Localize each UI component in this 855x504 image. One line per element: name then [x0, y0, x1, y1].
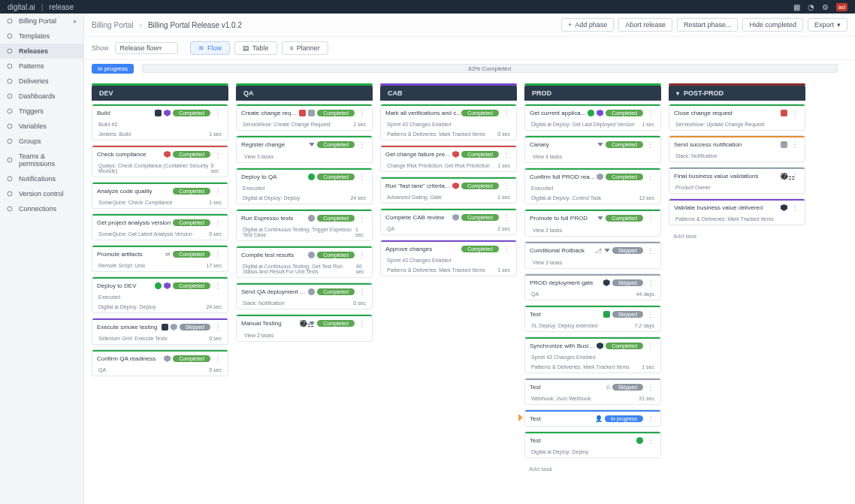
view-planner-button[interactable]: ≡Planner	[282, 41, 328, 55]
task-card[interactable]: Run "fast lane" criteria chec...Complete…	[380, 177, 517, 204]
column-header[interactable]: DEV	[92, 86, 228, 101]
sidebar-item-connections[interactable]: Connections	[0, 201, 83, 216]
sidebar-item-groups[interactable]: Groups	[0, 134, 83, 149]
task-card[interactable]: PROD deployment gateSkipped⋮QA44 days	[524, 273, 661, 300]
add-task-link[interactable]: Add task	[524, 463, 661, 475]
breadcrumb-root[interactable]: Billing Portal	[92, 21, 134, 29]
sidebar-item-deliveries[interactable]: Deliveries	[0, 74, 83, 89]
kebab-menu-icon[interactable]: ⋮	[790, 172, 800, 180]
task-card[interactable]: Manual Testing�⚏Completed⋮View 2 tasks	[236, 314, 373, 342]
sidebar-item-notifications[interactable]: Notifications	[0, 171, 83, 186]
kebab-menu-icon[interactable]: ⋮	[645, 310, 656, 318]
grid-icon[interactable]: ▦	[793, 3, 800, 11]
kebab-menu-icon[interactable]: ⋮	[501, 213, 512, 222]
task-card[interactable]: Test👤In progress⋮	[524, 409, 661, 427]
kebab-menu-icon[interactable]: ⋮	[357, 109, 367, 117]
kebab-menu-icon[interactable]: ⋮	[501, 182, 512, 190]
task-card[interactable]: Final business value validations�⚏⋮Produ…	[669, 167, 805, 194]
task-card[interactable]: Send QA deployment notif...Completed⋮Sla…	[236, 282, 373, 309]
sidebar-item-triggers[interactable]: Triggers	[0, 104, 83, 119]
hide-completed-button[interactable]: Hide completed	[742, 18, 803, 32]
kebab-menu-icon[interactable]: ⋮	[213, 109, 223, 117]
task-card[interactable]: Get change failure predictionCompleted⋮C…	[380, 145, 517, 172]
help-icon[interactable]: ◔	[808, 3, 814, 11]
task-card[interactable]: Send success notification⋮Slack: Notific…	[669, 135, 805, 162]
gear-icon[interactable]: ⚙	[822, 3, 829, 11]
sidebar-item-templates[interactable]: Templates	[0, 29, 83, 44]
kebab-menu-icon[interactable]: ⋮	[213, 250, 223, 258]
task-card[interactable]: Execute smoke testingSkipped⋮Selenium Gr…	[92, 318, 228, 345]
task-card[interactable]: CanaryCompleted⋮View 4 tasks	[524, 135, 661, 163]
column-header[interactable]: POST-PROD	[669, 86, 805, 101]
show-select[interactable]: Release flow ▾	[115, 42, 179, 54]
kebab-menu-icon[interactable]: ⋮	[645, 214, 656, 222]
task-card[interactable]: Test⋮Digital.ai Deploy: Deploy	[524, 431, 661, 458]
kebab-menu-icon[interactable]: ⋮	[213, 219, 223, 227]
kebab-menu-icon[interactable]: ⋮	[357, 140, 367, 149]
task-card[interactable]: Complete CAB reviewCompleted⋮QA2 sec	[380, 208, 517, 235]
sidebar-item-variables[interactable]: Variables	[0, 119, 83, 134]
task-card[interactable]: Confirm full PROD readinessCompleted⋮Exe…	[524, 167, 661, 204]
sidebar-item-version-control[interactable]: Version control	[0, 186, 83, 201]
task-card[interactable]: Promote to full PRODCompleted⋮View 2 tas…	[524, 209, 661, 237]
view-flow-button[interactable]: ≋Flow	[190, 41, 230, 55]
kebab-menu-icon[interactable]: ⋮	[213, 187, 223, 195]
kebab-menu-icon[interactable]: ⋮	[645, 415, 656, 423]
kebab-menu-icon[interactable]: ⋮	[645, 436, 656, 445]
task-card[interactable]: Check complianceCompleted⋮Qualys: Check …	[92, 145, 228, 177]
kebab-menu-icon[interactable]: ⋮	[790, 109, 800, 117]
kebab-menu-icon[interactable]: ⋮	[645, 342, 656, 350]
task-card[interactable]: Synchronize with Business ...Completed⋮S…	[524, 337, 661, 373]
task-card[interactable]: TestSkipped⋮XL Deploy: Deploy extended7.…	[524, 305, 661, 332]
expand-tasks-link[interactable]: View 4 tasks	[525, 152, 660, 162]
kebab-menu-icon[interactable]: ⋮	[357, 214, 367, 222]
sidebar-item-billing-portal[interactable]: Billing Portal▸	[0, 14, 83, 29]
sidebar-item-releases[interactable]: Releases	[0, 44, 83, 59]
kebab-menu-icon[interactable]: ⋮	[790, 204, 800, 212]
kebab-menu-icon[interactable]: ⋮	[357, 288, 367, 296]
kebab-menu-icon[interactable]: ⋮	[645, 140, 656, 149]
task-card[interactable]: Close change request⋮ServiceNow: Update …	[669, 104, 805, 131]
column-header[interactable]: PROD	[524, 86, 661, 101]
export-button[interactable]: Export▾	[808, 18, 847, 32]
task-card[interactable]: Validate business value delivered⋮Patter…	[669, 198, 805, 225]
kebab-menu-icon[interactable]: ⋮	[357, 173, 367, 181]
task-card[interactable]: Register changeCompleted⋮View 3 tasks	[236, 135, 373, 163]
task-card[interactable]: Create change requestCompleted⋮ServiceNo…	[236, 104, 373, 131]
task-card[interactable]: Approve changesCompleted⋮Sprint 43 Chang…	[380, 240, 517, 276]
expand-tasks-link[interactable]: View 3 tasks	[237, 152, 372, 162]
sidebar-item-patterns[interactable]: Patterns	[0, 59, 83, 74]
kebab-menu-icon[interactable]: ⋮	[357, 251, 367, 259]
task-card[interactable]: Confirm QA readinessCompleted⋮QA0 sec	[92, 349, 228, 376]
kebab-menu-icon[interactable]: ⋮	[645, 246, 656, 255]
kebab-menu-icon[interactable]: ⋮	[213, 282, 223, 290]
column-header[interactable]: QA	[236, 86, 373, 101]
sidebar-item-teams-permissions[interactable]: Teams & permissions	[0, 149, 83, 171]
task-card[interactable]: Get current application ...Completed⋮Dig…	[524, 104, 661, 131]
abort-release-button[interactable]: Abort release	[618, 18, 672, 32]
task-card[interactable]: Conditional Rollback⎇Skipped⋮View 3 task…	[524, 241, 661, 269]
task-card[interactable]: Test⎘Skipped⋮Webhook: Json Webhook21 sec	[524, 378, 661, 405]
task-card[interactable]: Get project analysis versionCompleted⋮So…	[92, 213, 228, 240]
expand-tasks-link[interactable]: View 2 tasks	[237, 330, 372, 341]
kebab-menu-icon[interactable]: ⋮	[645, 109, 656, 117]
kebab-menu-icon[interactable]: ⋮	[357, 319, 367, 327]
add-task-link[interactable]: Add task	[669, 230, 805, 243]
expand-tasks-link[interactable]: View 3 tasks	[525, 258, 660, 268]
column-header[interactable]: CAB	[380, 86, 517, 101]
avatar-icon[interactable]: ad	[836, 3, 847, 11]
kebab-menu-icon[interactable]: ⋮	[213, 355, 223, 363]
task-card[interactable]: Mark all verifications and c...Completed…	[380, 104, 517, 140]
kebab-menu-icon[interactable]: ⋮	[501, 245, 512, 253]
kebab-menu-icon[interactable]: ⋮	[645, 279, 656, 287]
view-table-button[interactable]: ▤Table	[234, 41, 277, 55]
add-phase-button[interactable]: +Add phase	[561, 18, 614, 32]
kebab-menu-icon[interactable]: ⋮	[213, 323, 223, 331]
kebab-menu-icon[interactable]: ⋮	[213, 150, 223, 158]
kebab-menu-icon[interactable]: ⋮	[501, 150, 512, 158]
task-card[interactable]: Run Espresso testsCompleted⋮Digital.ai C…	[236, 209, 373, 241]
sidebar-item-dashboards[interactable]: Dashboards	[0, 89, 83, 104]
task-card[interactable]: Promote artifacts⇄Completed⋮Remote Scrip…	[92, 245, 228, 272]
kebab-menu-icon[interactable]: ⋮	[645, 173, 656, 181]
task-card[interactable]: Deploy to DEVCompleted⋮ExecutedDigital.a…	[92, 276, 228, 313]
